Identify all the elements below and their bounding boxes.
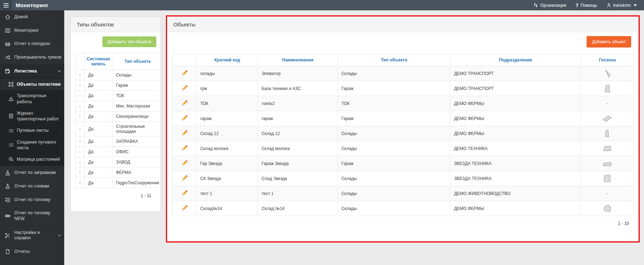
edit-object-button[interactable] — [181, 160, 188, 166]
sidebar-item-отчет-по-топливу[interactable]: Отчет по топливу — [0, 193, 64, 207]
object-type-value: ЗАПРАВКА — [112, 136, 163, 147]
battery-icon — [5, 213, 10, 219]
objects-column-header[interactable]: Геозона — [581, 54, 634, 66]
organization-menu[interactable]: Организация — [533, 3, 566, 8]
division-value: ДЕМО ФЕРМЫ — [450, 126, 581, 141]
sidebar-subitem-объекты-логистики[interactable]: Объекты логистики — [0, 79, 64, 90]
objects-column-header[interactable]: Краткий код — [197, 54, 258, 66]
sidebar-item-отчет-по-заправкам[interactable]: Отчет по заправкам — [0, 166, 64, 180]
object-name-value: Гараж Звезда — [258, 156, 338, 171]
help-menu[interactable]: ? Помощь — [575, 2, 597, 8]
system-record-value: Да — [85, 122, 112, 136]
edit-pencil-icon — [181, 145, 188, 151]
object-row: складыЭлеваторСкладыДЕМО ТРАНСПОРТ — [173, 66, 634, 81]
sidebar-item-label: Настройки и справоч — [14, 230, 54, 241]
car-icon — [5, 41, 10, 47]
row-dash: - — [76, 136, 85, 147]
object-type-value: ФЕРМА — [112, 168, 163, 178]
row-dash: - — [76, 147, 85, 157]
sidebar-subitem-журнал-транспортных-работ[interactable]: Журнал транспортных работ — [0, 108, 64, 125]
object-type-row: -ДаГараж — [76, 80, 163, 91]
sidebar-subitem-транспортные-работы[interactable]: Транспортные работы — [0, 90, 64, 108]
objects-title: Объекты — [167, 17, 638, 32]
sidebar-item-отчет-по-сливам[interactable]: Отчет по сливам — [0, 180, 64, 193]
edit-pencil-icon — [181, 130, 188, 136]
sidebar-item-label: Домой — [14, 14, 61, 20]
edit-object-button[interactable] — [181, 175, 188, 181]
row-dash: - — [76, 91, 85, 101]
object-types-column-header[interactable]: Тип объекта — [112, 53, 163, 70]
sidebar-subitem-матрица-расстояний[interactable]: Матрица расстояний — [0, 154, 64, 165]
list-icon — [9, 142, 14, 148]
object-name-value: Склад молока — [258, 141, 338, 156]
object-row: ТОКток№2ТОКДЕМО ФЕРМЫ- — [173, 96, 634, 111]
chevron-down-icon — [57, 69, 61, 73]
sidebar-item-отчет-о-поездках[interactable]: Отчет о поездках — [0, 37, 64, 51]
system-record-value: Да — [85, 80, 112, 91]
edit-object-button[interactable] — [181, 115, 188, 121]
object-types-title: Типы объектов — [71, 17, 161, 32]
sidebar-subitem-label: Объекты логистики — [17, 81, 62, 87]
row-dash: - — [76, 168, 85, 178]
objects-pagination: 1 - 10 — [167, 216, 638, 226]
geozone-cell — [581, 66, 634, 81]
add-object-button[interactable]: Добавить объект — [587, 36, 631, 48]
app-title: Мониторинг — [16, 2, 49, 8]
object-row: тест 1тест 1СкладыДЕМО ЖИВОТНОВОДСТВО- — [173, 186, 634, 201]
edit-object-button[interactable] — [181, 70, 188, 76]
object-types-column-header[interactable]: Системная запись — [85, 53, 112, 70]
geozone-cell — [581, 201, 634, 216]
sidebar-item-домой[interactable]: Домой — [0, 10, 64, 24]
objects-column-header[interactable]: Подразделение — [450, 54, 581, 66]
object-type-value: Гараж — [338, 156, 450, 171]
object-type-row: -ДаСтроительные площадки — [76, 122, 163, 136]
edit-object-button[interactable] — [181, 145, 188, 151]
geozone-cell: - — [581, 186, 634, 201]
object-name-value: гараж — [258, 111, 338, 126]
logistics-submenu: Объекты логистикиТранспортные работыЖурн… — [0, 78, 64, 166]
topbar: Мониторинг Организация ? Помощь transkri… — [0, 0, 644, 10]
user-menu[interactable]: transkrim — [607, 3, 638, 8]
sidebar-item-отчет-по-топливу-new[interactable]: Отчет по топливу NEW — [0, 206, 64, 225]
sidebar-item-отчеты[interactable]: Отчеты — [0, 245, 64, 259]
sidebar-item-мониторинг[interactable]: Мониторинг — [0, 24, 64, 38]
object-name-value: База техники и АЗС — [258, 81, 338, 96]
object-types-pagination: 1 - 11 — [71, 188, 161, 198]
system-record-value: Да — [85, 101, 112, 111]
geozone-cell: - — [581, 96, 634, 111]
search-graph-icon — [9, 157, 14, 162]
menu-hamburger-button[interactable] — [0, 0, 12, 10]
object-row: гржБаза техники и АЗСГаражДЕМО ТРАНСПОРТ — [173, 81, 634, 96]
sidebar-subitem-путевые-листы[interactable]: Путевые листы — [0, 125, 64, 136]
system-record-value: Да — [85, 178, 112, 188]
edit-object-button[interactable] — [181, 190, 188, 196]
object-name-value: Слад Звезда — [258, 171, 338, 186]
sidebar-item-логистика[interactable]: Логистика — [0, 64, 64, 78]
system-record-value: Да — [85, 157, 112, 168]
topbar-right: Организация ? Помощь transkrim — [533, 2, 644, 8]
sidebar-item-проигрыватель-треков[interactable]: Проигрыватель треков — [0, 51, 64, 64]
sidebar-item-настройки-и-справоч[interactable]: Настройки и справоч — [0, 226, 64, 245]
object-type-row: -ДаСклады — [76, 70, 163, 80]
object-code-value: гараж — [197, 111, 258, 126]
warning-icon — [9, 96, 14, 101]
object-type-value: Гараж — [338, 111, 450, 126]
object-name-value: тест 1 — [258, 186, 338, 201]
edit-object-button[interactable] — [181, 205, 188, 211]
edit-object-button[interactable] — [181, 85, 188, 91]
objects-column-header — [173, 54, 197, 66]
edit-object-button[interactable] — [181, 130, 188, 136]
object-type-value: Мех. Мастерская — [112, 101, 163, 111]
objects-column-header[interactable]: Наименование — [258, 54, 338, 66]
objects-column-header[interactable]: Тип объекта — [338, 54, 450, 66]
object-type-row: -ДаТОК — [76, 91, 163, 101]
sidebar-item-label: Логистика — [14, 69, 54, 74]
geozone-shape-icon — [602, 69, 613, 78]
sidebar-subitem-создание-путевого-листа[interactable]: Создание путевого листа — [0, 136, 64, 154]
object-type-row: -ДаСенохранилище — [76, 111, 163, 122]
sidebar-subitem-label: Транспортные работы — [17, 93, 62, 105]
geozone-cell — [581, 171, 634, 186]
edit-object-button[interactable] — [181, 100, 188, 106]
add-object-type-button[interactable]: Добавить тип объекта — [102, 36, 156, 47]
object-types-panel: Типы объектов Добавить тип объекта Систе… — [70, 16, 161, 212]
